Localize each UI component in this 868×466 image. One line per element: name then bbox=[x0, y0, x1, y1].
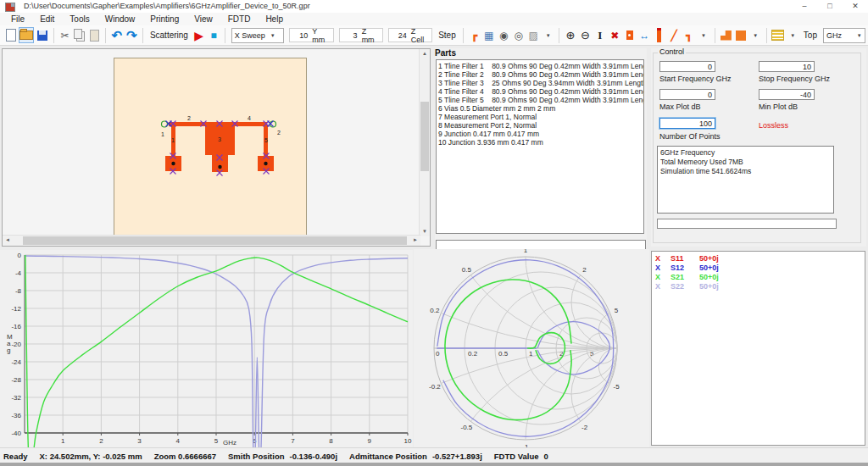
schematic-vertical-scrollbar[interactable]: ▲ ▼ bbox=[419, 49, 430, 236]
legend-toggle-s21[interactable]: X bbox=[655, 273, 670, 282]
svg-text:7: 7 bbox=[291, 437, 295, 445]
new-file-button[interactable] bbox=[4, 28, 17, 42]
delete-part-button[interactable]: ✖ bbox=[609, 28, 621, 42]
svg-text:2: 2 bbox=[277, 130, 281, 136]
s-parameter-plot[interactable]: 0-4-8-12-16-20-24-28-32-36-4012345678910… bbox=[0, 250, 413, 447]
fit-width-button[interactable]: ↔ bbox=[638, 28, 651, 42]
parts-list-item[interactable]: 1 Tline Filter 1 80.9 Ohms 90 Deg 0.42mm… bbox=[438, 62, 643, 70]
layers-dropdown-arrow[interactable]: ▼ bbox=[786, 28, 798, 42]
svg-text:-32: -32 bbox=[11, 394, 21, 402]
maximize-button[interactable]: □ bbox=[817, 0, 843, 13]
minimize-button[interactable]: – bbox=[792, 0, 817, 13]
trace-legend-panel: X S11 50+0j X S12 50+0j X S21 50+0j X S2… bbox=[651, 251, 865, 446]
legend-toggle-s12[interactable]: X bbox=[655, 264, 670, 273]
cut-button[interactable]: ✂ bbox=[58, 28, 71, 42]
undo-button[interactable]: ↶ bbox=[110, 28, 123, 42]
open-folder-icon bbox=[19, 31, 33, 40]
menu-tools[interactable]: Tools bbox=[62, 14, 97, 24]
parts-list-item[interactable]: 5 Tline Filter 5 80.9 Ohms 90 Deg 0.42mm… bbox=[438, 96, 643, 104]
start-frequency-field[interactable]: 0 bbox=[659, 61, 715, 72]
svg-text:1: 1 bbox=[161, 131, 164, 137]
vertical-trace-button[interactable] bbox=[653, 28, 665, 42]
parts-list-item[interactable]: 6 Vias 0.5 Diameter mm 2 mm 2 mm bbox=[438, 104, 643, 113]
svg-text:-20: -20 bbox=[11, 341, 21, 348]
stop-simulation-button[interactable]: ■ bbox=[207, 28, 220, 42]
control-edit-field[interactable] bbox=[657, 219, 837, 229]
legend-toggle-s11[interactable]: X bbox=[655, 254, 670, 264]
smith-chart[interactable]: 00.20.51250.20.5125-0.2-0.5-1-2-5 bbox=[414, 249, 649, 447]
line-chart-button[interactable]: ▨ bbox=[526, 28, 539, 42]
menu-file[interactable]: File bbox=[3, 14, 32, 24]
y-mm-field[interactable]: 10 Y mm bbox=[289, 28, 333, 42]
via-minus-button[interactable]: ⊖ bbox=[579, 28, 592, 42]
parts-list-item[interactable]: 4 Tline Filter 4 80.9 Ohms 90 Deg 0.42mm… bbox=[438, 87, 643, 96]
rect-patch-button[interactable] bbox=[734, 28, 747, 42]
svg-text:-40: -40 bbox=[11, 430, 21, 437]
corner-trace-button[interactable]: ┏ bbox=[468, 28, 481, 42]
grid-table-button[interactable]: ▦ bbox=[482, 28, 495, 42]
redo-button[interactable]: ↷ bbox=[125, 28, 138, 42]
scroll-left-icon[interactable]: ◄ bbox=[3, 236, 13, 246]
scroll-right-icon[interactable]: ► bbox=[410, 236, 420, 246]
bend-trace-button[interactable]: ┓ bbox=[682, 28, 695, 42]
scroll-up-icon[interactable]: ▲ bbox=[420, 49, 430, 58]
step-button[interactable]: Step bbox=[438, 31, 456, 40]
svg-text:1: 1 bbox=[61, 437, 65, 445]
z-mm-field[interactable]: 3 Z mm bbox=[339, 28, 383, 42]
parts-list-item[interactable]: 2 Tline Filter 2 80.9 Ohms 90 Deg 0.42mm… bbox=[438, 70, 643, 79]
svg-text:5: 5 bbox=[264, 137, 268, 143]
menu-edit[interactable]: Edit bbox=[32, 14, 62, 24]
svg-text:10: 10 bbox=[404, 437, 412, 445]
max-plot-db-field[interactable]: 0 bbox=[659, 89, 715, 100]
toolbar: ✂ ↶ ↷ Scattering ▶ ■ X Sweep ▼ 10 Y mm 3… bbox=[0, 25, 868, 46]
save-button[interactable] bbox=[36, 28, 48, 42]
parts-list-item[interactable]: 8 Measurement Port 2, Normal bbox=[438, 121, 643, 130]
via-plus-button[interactable]: ⊕ bbox=[564, 28, 576, 42]
schematic-horizontal-scrollbar[interactable]: ◄ ► bbox=[3, 235, 420, 246]
z-cell-field[interactable]: 24 Z Cell bbox=[388, 28, 432, 42]
layers-button[interactable] bbox=[771, 28, 784, 42]
horizontal-scroll-thumb[interactable] bbox=[23, 236, 407, 245]
min-plot-db-field[interactable]: -40 bbox=[759, 89, 815, 100]
run-simulation-button[interactable]: ▶ bbox=[192, 28, 205, 42]
open-file-button[interactable] bbox=[19, 27, 34, 43]
max-plot-db-label: Max Plot dB bbox=[659, 103, 701, 111]
parts-list-item[interactable]: 10 Junction 3.936 mm 0.417 mm bbox=[438, 138, 643, 147]
parts-list-item[interactable]: 3 Tline Filter 3 25 Ohms 90 Deg 3.94mm W… bbox=[438, 79, 643, 87]
unit-combo[interactable]: GHz ▼ bbox=[823, 28, 865, 43]
menu-help[interactable]: Help bbox=[258, 14, 291, 24]
menu-window[interactable]: Window bbox=[97, 14, 143, 24]
step-trace-button[interactable] bbox=[720, 28, 732, 42]
parts-list[interactable]: 1 Tline Filter 1 80.9 Ohms 90 Deg 0.42mm… bbox=[436, 59, 644, 234]
chart-dropdown-arrow[interactable]: ▼ bbox=[542, 28, 554, 42]
save-icon bbox=[37, 31, 47, 41]
close-button[interactable]: ✕ bbox=[843, 0, 868, 13]
stop-frequency-field[interactable]: 10 bbox=[759, 61, 815, 72]
bottom-strip bbox=[0, 463, 868, 466]
parts-list-item[interactable]: 7 Measurement Port 1, Normal bbox=[438, 113, 643, 121]
menu-view[interactable]: View bbox=[186, 14, 220, 24]
menu-printing[interactable]: Printing bbox=[142, 14, 186, 24]
parts-list-item[interactable]: 9 Junction 0.417 mm 0.417 mm bbox=[438, 130, 643, 138]
legend-toggle-s22[interactable]: X bbox=[655, 282, 670, 291]
svg-text:0: 0 bbox=[436, 350, 440, 358]
vertical-trace-icon bbox=[657, 28, 661, 42]
port-button[interactable]: I bbox=[593, 28, 606, 42]
pad-button[interactable] bbox=[623, 28, 636, 42]
status-admittance-value: -0.527+1.893j bbox=[432, 452, 482, 461]
patch-dropdown-arrow[interactable]: ▼ bbox=[749, 28, 762, 42]
polar-chart-button[interactable]: ◎ bbox=[512, 28, 525, 42]
sweep-combo[interactable]: X Sweep ▼ bbox=[231, 28, 285, 43]
schematic-canvas[interactable]: 1212345 bbox=[114, 58, 307, 240]
menu-bar: File Edit Tools Window Printing View FDT… bbox=[0, 13, 868, 25]
paste-button[interactable] bbox=[88, 28, 101, 42]
smith-chart-button[interactable]: ◉ bbox=[498, 28, 510, 42]
diagonal-trace-button[interactable]: ╱ bbox=[667, 28, 680, 42]
menu-fdtd[interactable]: FDTD bbox=[220, 14, 259, 24]
copy-button[interactable] bbox=[73, 28, 86, 42]
vertical-scroll-thumb[interactable] bbox=[420, 102, 429, 171]
scroll-down-icon[interactable]: ▼ bbox=[420, 227, 430, 236]
number-of-points-field[interactable]: 100 bbox=[659, 118, 715, 129]
bend-dropdown-arrow[interactable]: ▼ bbox=[697, 28, 709, 42]
unit-combo-value: GHz bbox=[826, 31, 842, 40]
